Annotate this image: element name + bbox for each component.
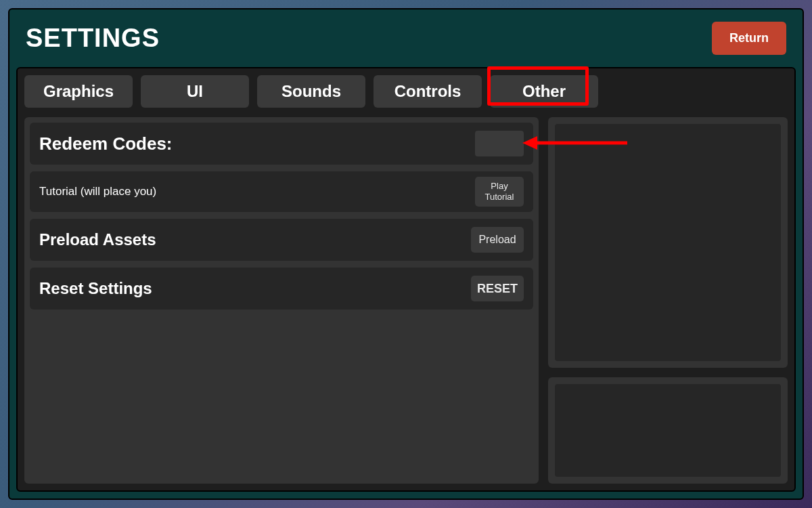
reset-settings-label: Reset Settings: [39, 279, 152, 298]
play-tutorial-button[interactable]: Play Tutorial: [475, 177, 524, 207]
preload-button[interactable]: Preload: [471, 227, 524, 253]
settings-header: SETTINGS Return: [9, 9, 803, 63]
tab-bar: Graphics UI Sounds Controls Other: [24, 75, 788, 108]
return-button[interactable]: Return: [712, 22, 786, 55]
play-tutorial-line1: Play: [476, 181, 522, 192]
page-title: SETTINGS: [26, 24, 160, 53]
tutorial-row: Tutorial (will place you) Play Tutorial: [30, 171, 533, 212]
tab-sounds[interactable]: Sounds: [257, 75, 365, 108]
redeem-code-input[interactable]: [475, 131, 524, 156]
preview-panel-top-inner: [555, 124, 781, 361]
content-area: Redeem Codes: Tutorial (will place you) …: [24, 117, 788, 484]
preview-panel-top: [548, 117, 788, 368]
settings-panel: SETTINGS Return Graphics UI Sounds Contr…: [8, 8, 804, 500]
play-tutorial-line2: Tutorial: [476, 192, 522, 203]
reset-settings-row: Reset Settings RESET: [30, 268, 533, 310]
preload-assets-row: Preload Assets Preload: [30, 219, 533, 261]
settings-body: Graphics UI Sounds Controls Other Redeem…: [16, 67, 796, 492]
preload-assets-label: Preload Assets: [39, 230, 156, 249]
tutorial-label: Tutorial (will place you): [39, 185, 156, 198]
preview-panel-bottom: [548, 377, 788, 484]
preview-panel-bottom-inner: [555, 384, 781, 477]
settings-list: Redeem Codes: Tutorial (will place you) …: [24, 117, 539, 484]
tab-graphics[interactable]: Graphics: [24, 75, 133, 108]
redeem-codes-row: Redeem Codes:: [30, 123, 533, 165]
redeem-codes-label: Redeem Codes:: [39, 133, 173, 154]
tab-ui[interactable]: UI: [141, 75, 249, 108]
tab-controls[interactable]: Controls: [374, 75, 482, 108]
tab-other[interactable]: Other: [490, 75, 598, 108]
reset-button[interactable]: RESET: [471, 276, 524, 301]
right-column: [548, 117, 788, 484]
